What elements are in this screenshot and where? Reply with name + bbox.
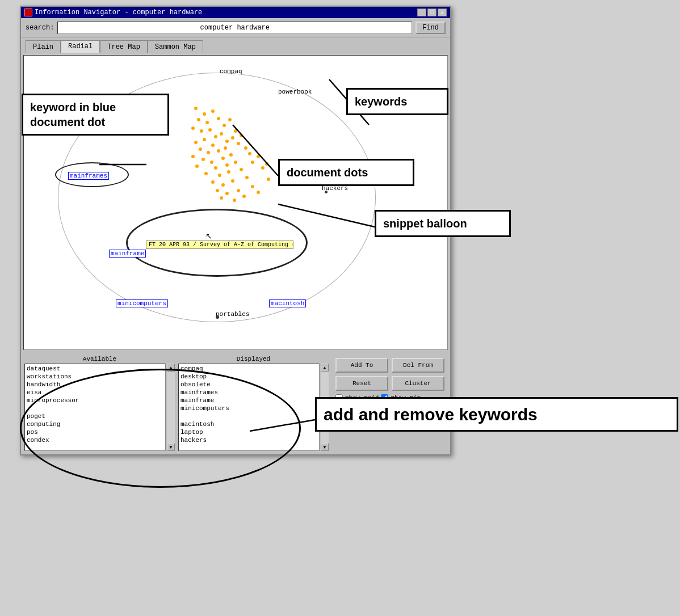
close-button[interactable]: ✕ — [438, 9, 447, 16]
search-label: search: — [26, 24, 54, 32]
snippet-balloon[interactable]: FT 20 APR 93 / Survey of A-Z of Computin… — [146, 241, 293, 249]
tab-bar: Plain Radial Tree Map Sammon Map — [21, 38, 450, 53]
annotation-keyword-blue-text: keyword in bluedocument dot — [30, 101, 116, 128]
list-item[interactable]: macintosh — [179, 420, 318, 428]
list-item[interactable]: comdex — [26, 436, 165, 444]
keyword-mainframes[interactable]: mainframes — [68, 172, 109, 180]
keyword-compaq[interactable]: compaq — [220, 68, 242, 75]
list-item[interactable]: obsolete — [179, 381, 318, 389]
keyword-panel: Available dataquest workstations bandwid… — [24, 356, 329, 451]
annotation-document-dots: document dots — [278, 159, 414, 186]
tab-plain[interactable]: Plain — [26, 40, 61, 53]
list-item[interactable]: microprocessor — [26, 396, 165, 404]
keyword-macintosh[interactable]: macintosh — [269, 299, 306, 307]
list-item[interactable]: mainframes — [179, 389, 318, 396]
displayed-list[interactable]: compaq desktop obsolete mainframes mainf… — [178, 364, 320, 451]
list-item[interactable]: dataquest — [26, 365, 165, 373]
annotation-add-remove: add and remove keywords — [315, 397, 678, 432]
list-item[interactable]: minicomputers — [179, 404, 318, 412]
add-del-row: Add To Del From — [335, 358, 444, 373]
available-list[interactable]: dataquest workstations bandwidth eisa mi… — [24, 364, 166, 451]
toolbar: search: Find — [21, 18, 450, 38]
list-item[interactable]: desktop — [179, 373, 318, 381]
list-item[interactable]: pos — [26, 428, 165, 436]
reset-cluster-row: Reset Cluster — [335, 376, 444, 391]
window-title: Information Navigator - computer hardwar… — [35, 9, 202, 16]
list-item[interactable]: workstations — [26, 373, 165, 381]
reset-button[interactable]: Reset — [335, 376, 388, 391]
annotation-snippet-balloon-text: snippet balloon — [383, 217, 467, 230]
list-item[interactable]: mainframe — [179, 396, 318, 404]
search-input[interactable] — [57, 22, 412, 34]
add-to-button[interactable]: Add To — [335, 358, 388, 373]
list-item[interactable]: bandwidth — [26, 381, 165, 389]
list-item[interactable]: hackers — [179, 436, 318, 444]
annotation-add-remove-text: add and remove keywords — [324, 405, 538, 424]
list-item[interactable] — [26, 404, 165, 412]
maximize-button[interactable]: □ — [427, 9, 436, 16]
displayed-label: Displayed — [178, 356, 329, 362]
connection-dot-hackers — [325, 191, 328, 193]
displayed-column: Displayed compaq desktop obsolete mainfr… — [178, 356, 329, 451]
tab-treemap[interactable]: Tree Map — [100, 40, 148, 53]
list-item[interactable]: eisa — [26, 389, 165, 396]
keyword-powerbook[interactable]: powerbook — [278, 88, 312, 95]
list-item[interactable] — [179, 412, 318, 420]
app-icon — [24, 9, 32, 16]
connection-dot-portables — [216, 315, 219, 319]
available-scrollbar[interactable]: ▲ ▼ — [167, 364, 175, 451]
list-item[interactable]: laptop — [179, 428, 318, 436]
list-item[interactable]: compaq — [179, 365, 318, 373]
keyword-portables[interactable]: portables — [216, 311, 249, 318]
keyword-minicomputers[interactable]: minicomputers — [116, 299, 168, 307]
keyword-mainframe[interactable]: mainframe — [109, 250, 146, 258]
minimize-button[interactable]: _ — [417, 9, 426, 16]
tab-radial[interactable]: Radial — [61, 40, 100, 53]
cluster-button[interactable]: Cluster — [392, 376, 444, 391]
cursor-indicator: ↖ — [205, 231, 212, 241]
list-item[interactable]: poget — [26, 412, 165, 420]
annotation-keyword-blue: keyword in bluedocument dot — [22, 94, 169, 136]
available-column: Available dataquest workstations bandwid… — [24, 356, 175, 451]
list-item[interactable]: computing — [26, 420, 165, 428]
annotation-keywords: keywords — [346, 88, 448, 115]
available-label: Available — [24, 356, 175, 362]
document-dots — [183, 101, 285, 214]
annotation-snippet-balloon: snippet balloon — [375, 210, 511, 237]
del-from-button[interactable]: Del From — [392, 358, 444, 373]
annotation-document-dots-text: document dots — [287, 166, 368, 179]
annotation-keywords-text: keywords — [355, 95, 407, 108]
tab-sammonmap[interactable]: Sammon Map — [148, 40, 203, 53]
find-button[interactable]: Find — [415, 22, 446, 34]
title-bar: Information Navigator - computer hardwar… — [21, 7, 450, 18]
